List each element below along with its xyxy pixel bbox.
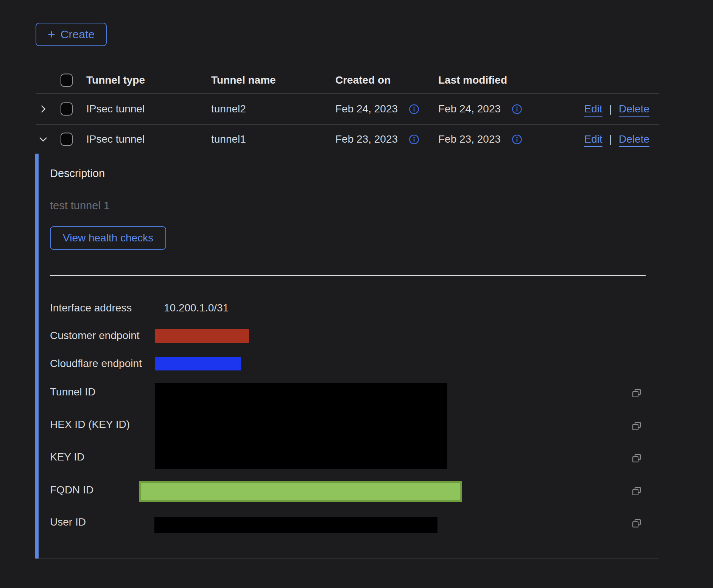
copy-icon [631, 388, 642, 398]
field-label-tunnel-id: Tunnel ID [50, 386, 95, 398]
redaction-block-customer-endpoint [155, 329, 249, 343]
field-label-interface-address: Interface address [50, 302, 132, 314]
last-modified-cell: Feb 23, 2023 [438, 133, 501, 145]
copy-key-id-button[interactable] [631, 452, 643, 464]
copy-hex-id-button[interactable] [631, 420, 643, 432]
tunnels-page: + Create Tunnel type Tunnel name Created… [0, 0, 713, 588]
expand-row-button[interactable] [38, 103, 49, 115]
collapse-row-button[interactable] [38, 134, 49, 145]
field-label-hex-id: HEX ID (KEY ID) [50, 418, 130, 431]
table-row: IPsec tunnel tunnel2 Feb 24, 2023 Feb 24… [36, 94, 659, 125]
tunnel-type-cell: IPsec tunnel [86, 103, 145, 115]
redaction-block-user-id [154, 517, 437, 533]
description-value: test tunnel 1 [50, 199, 110, 212]
view-health-checks-button[interactable]: View health checks [50, 226, 166, 250]
redaction-block-ids [155, 383, 447, 469]
field-label-user-id: User ID [50, 516, 86, 528]
info-icon [512, 134, 522, 145]
create-button[interactable]: + Create [36, 23, 107, 46]
description-label: Description [50, 167, 105, 180]
column-header-created-on: Created on [335, 74, 391, 86]
field-label-customer-endpoint: Customer endpoint [50, 330, 140, 342]
panel-bottom-divider [35, 558, 659, 559]
copy-tunnel-id-button[interactable] [631, 387, 643, 399]
action-separator: | [609, 103, 612, 115]
created-on-info-button[interactable] [409, 104, 419, 114]
info-icon [409, 104, 419, 115]
row-checkbox[interactable] [61, 133, 73, 146]
field-label-key-id: KEY ID [50, 451, 84, 463]
copy-fqdn-id-button[interactable] [631, 485, 643, 497]
plus-icon: + [48, 28, 55, 40]
table-row: IPsec tunnel tunnel1 Feb 23, 2023 Feb 23… [36, 125, 659, 154]
created-on-cell: Feb 24, 2023 [335, 103, 398, 115]
last-modified-info-button[interactable] [512, 134, 522, 145]
field-label-fqdn-id: FQDN ID [50, 484, 93, 496]
select-all-checkbox[interactable] [61, 74, 73, 87]
tunnel-type-cell: IPsec tunnel [86, 133, 145, 145]
tunnel-name-cell: tunnel2 [211, 103, 246, 115]
section-divider [50, 275, 646, 276]
field-value-interface-address: 10.200.1.0/31 [164, 302, 229, 314]
copy-user-id-button[interactable] [631, 517, 643, 529]
create-button-label: Create [61, 28, 95, 41]
copy-icon [631, 518, 642, 529]
delete-link[interactable]: Delete [619, 133, 649, 145]
edit-link[interactable]: Edit [584, 103, 602, 115]
table-header-row: Tunnel type Tunnel name Created on Last … [36, 67, 659, 94]
info-icon [512, 104, 522, 115]
redaction-block-fqdn-id [139, 481, 462, 502]
info-icon [409, 134, 419, 145]
last-modified-info-button[interactable] [512, 104, 522, 114]
created-on-cell: Feb 23, 2023 [335, 133, 398, 145]
field-label-cloudflare-endpoint: Cloudflare endpoint [50, 358, 142, 370]
copy-icon [631, 453, 642, 464]
column-header-tunnel-name: Tunnel name [211, 74, 276, 86]
action-separator: | [609, 133, 612, 145]
row-checkbox[interactable] [61, 103, 73, 116]
chevron-right-icon [38, 104, 48, 114]
copy-icon [631, 486, 642, 496]
delete-link[interactable]: Delete [619, 103, 649, 115]
expanded-panel-accent-bar [35, 154, 39, 559]
copy-icon [631, 421, 642, 431]
created-on-info-button[interactable] [409, 134, 419, 145]
last-modified-cell: Feb 24, 2023 [438, 103, 501, 115]
column-header-tunnel-type: Tunnel type [86, 74, 145, 86]
chevron-down-icon [38, 134, 48, 145]
edit-link[interactable]: Edit [584, 133, 602, 145]
tunnel-name-cell: tunnel1 [211, 133, 246, 145]
redaction-block-cloudflare-endpoint [155, 357, 241, 370]
column-header-last-modified: Last modified [438, 74, 507, 86]
